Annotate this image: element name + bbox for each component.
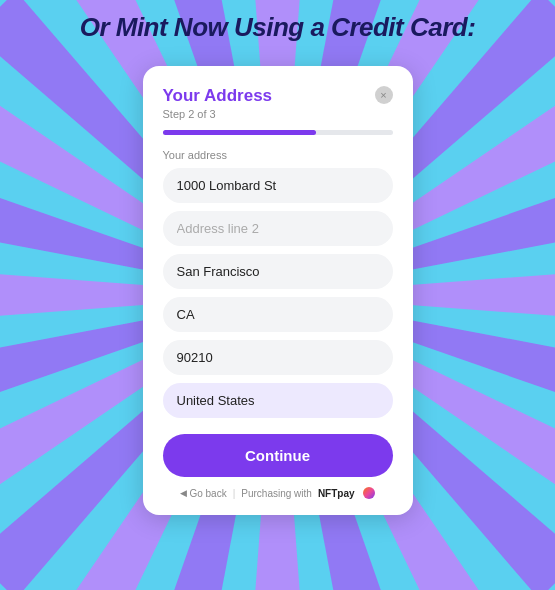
modal-title-group: Your Address Step 2 of 3 [163,86,273,120]
zip-input[interactable] [163,340,393,375]
purchasing-label: Purchasing with [241,488,312,499]
go-back-button[interactable]: ◀ Go back [180,488,226,499]
progress-bar-fill [163,130,316,135]
footer-separator: | [233,488,236,499]
back-arrow-icon: ◀ [180,488,187,498]
address-line2-input[interactable] [163,211,393,246]
nftpay-logo-icon [363,487,375,499]
state-input[interactable] [163,297,393,332]
address-line1-input[interactable] [163,168,393,203]
close-button[interactable]: × [375,86,393,104]
modal-footer: ◀ Go back | Purchasing with NFTpay [163,487,393,499]
progress-bar-track [163,130,393,135]
city-input[interactable] [163,254,393,289]
continue-button[interactable]: Continue [163,434,393,477]
section-label: Your address [163,149,393,161]
country-input[interactable] [163,383,393,418]
go-back-label[interactable]: Go back [189,488,226,499]
page-title: Or Mint Now Using a Credit Card: [0,12,555,43]
modal-header: Your Address Step 2 of 3 × [163,86,393,120]
nftpay-brand: NFTpay [318,488,355,499]
step-label: Step 2 of 3 [163,108,273,120]
address-modal: Your Address Step 2 of 3 × Your address … [143,66,413,515]
modal-title: Your Address [163,86,273,106]
